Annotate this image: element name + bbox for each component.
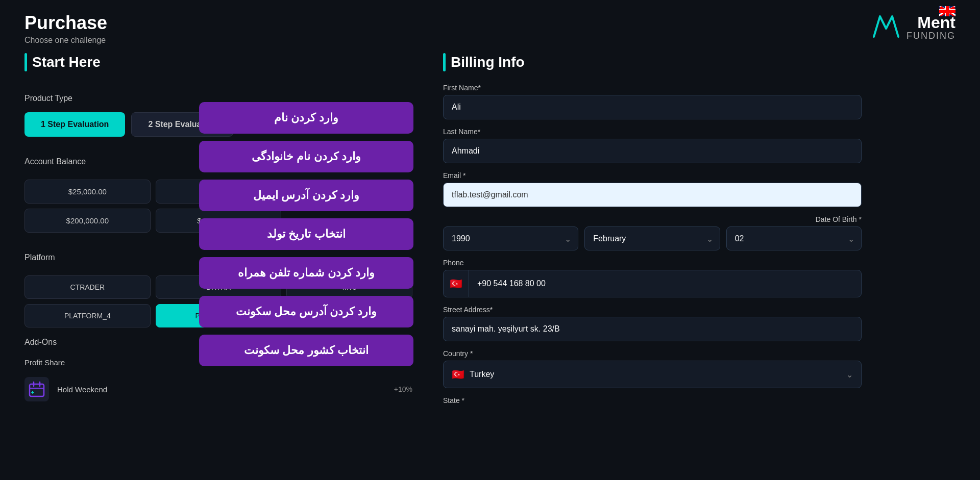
street-label: Street Address* <box>443 306 862 314</box>
billing-header: Billing Info <box>443 53 862 71</box>
persian-buttons-overlay: وارد کردن نام وارد کردن نام خانوادگی وار… <box>199 102 413 366</box>
dob-day-wrapper: 02 <box>726 226 862 250</box>
persian-btn-name[interactable]: وارد کردن نام <box>199 102 413 134</box>
hold-weekend-badge: +10% <box>394 385 412 393</box>
country-name: Turkey <box>470 370 841 379</box>
billing-section-bar <box>443 53 446 71</box>
country-input-row[interactable]: 🇹🇷 Turkey ⌄ <box>443 361 862 388</box>
logo-icon <box>872 12 900 43</box>
svg-rect-9 <box>939 10 955 13</box>
phone-group: Phone 🇹🇷 <box>443 259 862 297</box>
main-content: Start Here Product Type 1 Step Evaluatio… <box>0 53 980 407</box>
country-label: Country * <box>443 349 862 358</box>
state-group: State * <box>443 396 862 405</box>
dob-year-wrapper: 1990 <box>443 226 578 250</box>
country-chevron-icon: ⌄ <box>846 370 853 380</box>
balance-25k[interactable]: $25,000.00 <box>24 180 151 204</box>
logo-funding: FUNDING <box>906 31 955 41</box>
dob-label: Date Of Birth * <box>443 215 862 223</box>
first-name-label: First Name* <box>443 84 862 92</box>
country-flag: 🇹🇷 <box>452 368 464 381</box>
billing-form: First Name* Last Name* Email * Date Of B… <box>443 84 862 405</box>
email-input[interactable] <box>443 183 862 207</box>
country-group: Country * 🇹🇷 Turkey ⌄ <box>443 349 862 388</box>
dob-year-select[interactable]: 1990 <box>443 226 578 250</box>
addon-profit-share-label: Profit Share <box>24 358 65 367</box>
platform-4[interactable]: PLATFORM_4 <box>24 304 151 327</box>
phone-number-input[interactable] <box>469 272 861 295</box>
turkey-flag-emoji: 🇹🇷 <box>450 277 462 290</box>
street-group: Street Address* <box>443 306 862 341</box>
state-label: State * <box>443 396 862 405</box>
last-name-group: Last Name* <box>443 128 862 163</box>
language-flag[interactable] <box>939 6 955 18</box>
platform-ctrader[interactable]: CTRADER <box>24 275 151 299</box>
header: Purchase Choose one challenge Ment FUNDI… <box>0 0 980 53</box>
first-name-group: First Name* <box>443 84 862 119</box>
addon-hold-weekend: Hold Weekend +10% <box>24 372 412 407</box>
dob-day-select[interactable]: 02 <box>726 226 862 250</box>
dob-month-select[interactable]: February <box>584 226 720 250</box>
persian-btn-address[interactable]: وارد کردن آدرس محل سکونت <box>199 296 413 327</box>
persian-btn-country[interactable]: انتخاب کشور محل سکونت <box>199 335 413 366</box>
page-title: Purchase <box>24 12 107 34</box>
persian-btn-phone[interactable]: وارد کردن شماره تلفن همراه <box>199 257 413 289</box>
phone-label: Phone <box>443 259 862 267</box>
phone-input-row: 🇹🇷 <box>443 270 862 297</box>
persian-btn-lastname[interactable]: وارد کردن نام خانوادگی <box>199 141 413 172</box>
start-here-title: Start Here <box>32 54 101 70</box>
start-here-header: Start Here <box>24 53 412 71</box>
dob-group: Date Of Birth * 1990 February <box>443 215 862 250</box>
hold-weekend-label: Hold Weekend <box>57 385 107 394</box>
header-title-block: Purchase Choose one challenge <box>24 12 107 45</box>
first-name-input[interactable] <box>443 95 862 119</box>
last-name-input[interactable] <box>443 139 862 163</box>
section-bar <box>24 53 27 71</box>
balance-200k[interactable]: $200,000.00 <box>24 209 151 233</box>
hold-weekend-icon <box>24 377 49 401</box>
page-subtitle: Choose one challenge <box>24 36 107 45</box>
persian-btn-email[interactable]: وارد کردن آدرس ایمیل <box>199 180 413 211</box>
street-input[interactable] <box>443 317 862 341</box>
phone-flag: 🇹🇷 <box>444 270 469 297</box>
billing-title: Billing Info <box>451 54 525 70</box>
dob-month-wrapper: February <box>584 226 720 250</box>
persian-btn-dob[interactable]: انتخاب تاریخ تولد <box>199 218 413 250</box>
right-section: Billing Info First Name* Last Name* Emai… <box>443 53 862 407</box>
svg-rect-10 <box>30 384 44 396</box>
hold-weekend-row: Hold Weekend <box>24 377 107 401</box>
dob-row: 1990 February 02 <box>443 226 862 250</box>
email-group: Email * <box>443 171 862 207</box>
product-1step-button[interactable]: 1 Step Evaluation <box>24 112 125 137</box>
last-name-label: Last Name* <box>443 128 862 136</box>
email-label: Email * <box>443 171 862 180</box>
